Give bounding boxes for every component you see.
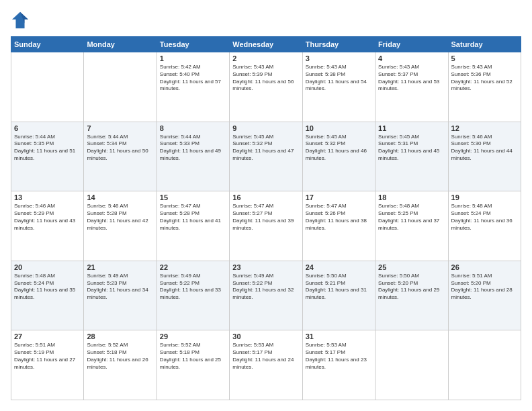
day-number: 1 [160, 54, 226, 62]
day-number: 20 [14, 263, 81, 271]
logo [11, 11, 32, 30]
calendar-cell: 16Sunrise: 5:47 AM Sunset: 5:27 PM Dayli… [230, 191, 302, 261]
day-info: Sunrise: 5:48 AM Sunset: 5:24 PM Dayligh… [451, 203, 518, 232]
calendar-week-4: 27Sunrise: 5:51 AM Sunset: 5:19 PM Dayli… [11, 330, 521, 400]
calendar-cell: 1Sunrise: 5:42 AM Sunset: 5:40 PM Daylig… [157, 52, 229, 122]
day-number: 26 [451, 263, 518, 271]
day-info: Sunrise: 5:51 AM Sunset: 5:19 PM Dayligh… [14, 342, 81, 371]
day-info: Sunrise: 5:53 AM Sunset: 5:17 PM Dayligh… [306, 342, 372, 371]
logo-icon [11, 11, 30, 30]
day-number: 15 [160, 193, 226, 201]
header-saturday: Saturday [448, 37, 521, 52]
day-info: Sunrise: 5:43 AM Sunset: 5:37 PM Dayligh… [378, 64, 445, 93]
calendar-cell: 5Sunrise: 5:43 AM Sunset: 5:36 PM Daylig… [448, 52, 521, 122]
day-number: 21 [87, 263, 153, 271]
day-info: Sunrise: 5:43 AM Sunset: 5:38 PM Dayligh… [306, 64, 372, 93]
calendar-cell: 3Sunrise: 5:43 AM Sunset: 5:38 PM Daylig… [302, 52, 375, 122]
day-info: Sunrise: 5:47 AM Sunset: 5:27 PM Dayligh… [232, 203, 299, 232]
day-info: Sunrise: 5:49 AM Sunset: 5:22 PM Dayligh… [160, 273, 226, 302]
day-info: Sunrise: 5:53 AM Sunset: 5:17 PM Dayligh… [232, 342, 299, 371]
calendar-body: 1Sunrise: 5:42 AM Sunset: 5:40 PM Daylig… [11, 52, 521, 400]
calendar-cell: 10Sunrise: 5:45 AM Sunset: 5:32 PM Dayli… [302, 122, 375, 191]
calendar-cell: 22Sunrise: 5:49 AM Sunset: 5:22 PM Dayli… [157, 261, 229, 330]
calendar-cell: 23Sunrise: 5:49 AM Sunset: 5:22 PM Dayli… [230, 261, 302, 330]
day-number: 11 [378, 124, 445, 132]
calendar-cell: 29Sunrise: 5:52 AM Sunset: 5:18 PM Dayli… [157, 330, 229, 400]
day-info: Sunrise: 5:51 AM Sunset: 5:20 PM Dayligh… [451, 273, 518, 302]
day-number: 23 [232, 263, 299, 271]
day-number: 31 [306, 332, 372, 340]
day-number: 7 [87, 124, 153, 132]
day-info: Sunrise: 5:52 AM Sunset: 5:18 PM Dayligh… [87, 342, 153, 371]
day-info: Sunrise: 5:50 AM Sunset: 5:21 PM Dayligh… [306, 273, 372, 302]
day-number: 9 [232, 124, 299, 132]
day-info: Sunrise: 5:44 AM Sunset: 5:35 PM Dayligh… [14, 134, 81, 163]
calendar-week-1: 6Sunrise: 5:44 AM Sunset: 5:35 PM Daylig… [11, 122, 521, 191]
day-info: Sunrise: 5:52 AM Sunset: 5:18 PM Dayligh… [160, 342, 226, 371]
day-number: 12 [451, 124, 518, 132]
calendar-cell: 31Sunrise: 5:53 AM Sunset: 5:17 PM Dayli… [302, 330, 375, 400]
day-number: 24 [306, 263, 372, 271]
day-info: Sunrise: 5:48 AM Sunset: 5:25 PM Dayligh… [378, 203, 445, 232]
day-number: 13 [14, 193, 81, 201]
calendar-cell: 21Sunrise: 5:49 AM Sunset: 5:23 PM Dayli… [84, 261, 157, 330]
day-number: 14 [87, 193, 153, 201]
day-info: Sunrise: 5:46 AM Sunset: 5:28 PM Dayligh… [87, 203, 153, 232]
day-number: 4 [378, 54, 445, 62]
header [11, 11, 521, 30]
calendar-cell: 4Sunrise: 5:43 AM Sunset: 5:37 PM Daylig… [375, 52, 448, 122]
day-number: 16 [232, 193, 299, 201]
calendar-cell: 9Sunrise: 5:45 AM Sunset: 5:32 PM Daylig… [230, 122, 302, 191]
calendar-cell: 15Sunrise: 5:47 AM Sunset: 5:28 PM Dayli… [157, 191, 229, 261]
calendar-cell: 12Sunrise: 5:46 AM Sunset: 5:30 PM Dayli… [448, 122, 521, 191]
day-info: Sunrise: 5:45 AM Sunset: 5:31 PM Dayligh… [378, 134, 445, 163]
header-sunday: Sunday [11, 37, 84, 52]
day-number: 17 [306, 193, 372, 201]
day-number: 2 [232, 54, 299, 62]
calendar-cell [84, 52, 157, 122]
calendar-cell: 30Sunrise: 5:53 AM Sunset: 5:17 PM Dayli… [230, 330, 302, 400]
calendar-cell [11, 52, 84, 122]
calendar-week-0: 1Sunrise: 5:42 AM Sunset: 5:40 PM Daylig… [11, 52, 521, 122]
calendar-cell: 26Sunrise: 5:51 AM Sunset: 5:20 PM Dayli… [448, 261, 521, 330]
header-friday: Friday [375, 37, 448, 52]
calendar-cell: 19Sunrise: 5:48 AM Sunset: 5:24 PM Dayli… [448, 191, 521, 261]
day-info: Sunrise: 5:45 AM Sunset: 5:32 PM Dayligh… [232, 134, 299, 163]
svg-marker-0 [12, 12, 28, 28]
calendar-table: Sunday Monday Tuesday Wednesday Thursday… [11, 36, 521, 400]
page: Sunday Monday Tuesday Wednesday Thursday… [0, 0, 532, 411]
day-number: 28 [87, 332, 153, 340]
day-number: 19 [451, 193, 518, 201]
calendar-cell: 27Sunrise: 5:51 AM Sunset: 5:19 PM Dayli… [11, 330, 84, 400]
day-number: 30 [232, 332, 299, 340]
day-info: Sunrise: 5:44 AM Sunset: 5:34 PM Dayligh… [87, 134, 153, 163]
day-number: 25 [378, 263, 445, 271]
day-number: 18 [378, 193, 445, 201]
day-info: Sunrise: 5:43 AM Sunset: 5:39 PM Dayligh… [232, 64, 299, 93]
calendar-cell [375, 330, 448, 400]
calendar-cell: 6Sunrise: 5:44 AM Sunset: 5:35 PM Daylig… [11, 122, 84, 191]
day-number: 8 [160, 124, 226, 132]
calendar-cell: 11Sunrise: 5:45 AM Sunset: 5:31 PM Dayli… [375, 122, 448, 191]
calendar-cell: 25Sunrise: 5:50 AM Sunset: 5:20 PM Dayli… [375, 261, 448, 330]
day-number: 10 [306, 124, 372, 132]
header-tuesday: Tuesday [157, 37, 229, 52]
calendar-week-3: 20Sunrise: 5:48 AM Sunset: 5:24 PM Dayli… [11, 261, 521, 330]
day-info: Sunrise: 5:49 AM Sunset: 5:23 PM Dayligh… [87, 273, 153, 302]
day-info: Sunrise: 5:48 AM Sunset: 5:24 PM Dayligh… [14, 273, 81, 302]
day-info: Sunrise: 5:46 AM Sunset: 5:29 PM Dayligh… [14, 203, 81, 232]
day-number: 3 [306, 54, 372, 62]
day-info: Sunrise: 5:50 AM Sunset: 5:20 PM Dayligh… [378, 273, 445, 302]
day-info: Sunrise: 5:43 AM Sunset: 5:36 PM Dayligh… [451, 64, 518, 93]
calendar-header: Sunday Monday Tuesday Wednesday Thursday… [11, 37, 521, 52]
calendar-cell: 13Sunrise: 5:46 AM Sunset: 5:29 PM Dayli… [11, 191, 84, 261]
day-number: 5 [451, 54, 518, 62]
calendar-cell: 20Sunrise: 5:48 AM Sunset: 5:24 PM Dayli… [11, 261, 84, 330]
calendar-cell: 18Sunrise: 5:48 AM Sunset: 5:25 PM Dayli… [375, 191, 448, 261]
header-thursday: Thursday [302, 37, 375, 52]
day-info: Sunrise: 5:45 AM Sunset: 5:32 PM Dayligh… [306, 134, 372, 163]
header-monday: Monday [84, 37, 157, 52]
calendar-cell: 2Sunrise: 5:43 AM Sunset: 5:39 PM Daylig… [230, 52, 302, 122]
day-info: Sunrise: 5:44 AM Sunset: 5:33 PM Dayligh… [160, 134, 226, 163]
calendar-cell: 8Sunrise: 5:44 AM Sunset: 5:33 PM Daylig… [157, 122, 229, 191]
